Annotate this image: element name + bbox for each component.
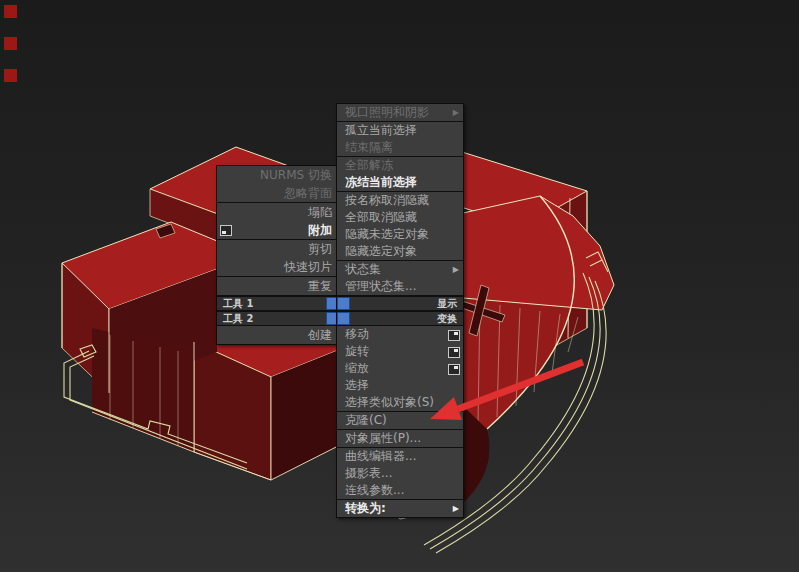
quad-center-square[interactable] [337, 297, 350, 310]
quad-center-square[interactable] [337, 312, 350, 325]
menu-item-object-properties[interactable]: 对象属性(P)... [337, 430, 463, 447]
menu-item-repeat[interactable]: 重复 [217, 277, 339, 295]
menu-item-quickslice[interactable]: 快速切片 [217, 258, 339, 276]
menu-item-create[interactable]: 创建 [217, 326, 339, 344]
menu-item-rotate[interactable]: 旋转 [337, 343, 463, 360]
quad-title-transform[interactable]: 变换 [337, 311, 463, 326]
menu-item-select-similar[interactable]: 选择类似对象(S) [337, 394, 463, 411]
menu-item-clone[interactable]: 克隆(C) [337, 412, 463, 429]
menu-item-dope-sheet[interactable]: 摄影表... [337, 465, 463, 482]
quad-menu-right: 视口照明和阴影▶ 孤立当前选择 结束隔离 全部解冻 冻结当前选择 按名称取消隐藏… [336, 103, 464, 518]
menu-item-cut[interactable]: 剪切 [217, 240, 339, 258]
menu-item-state-sets[interactable]: 状态集▶ [337, 261, 463, 278]
viewport-3d[interactable]: NURMS 切换 忽略背面 塌陷 附加 剪切 快速切片 重复 工具 1 工具 2… [0, 0, 799, 572]
menu-item-end-isolate[interactable]: 结束隔离 [337, 139, 463, 156]
menu-item-hide-unselected[interactable]: 隐藏未选定对象 [337, 226, 463, 243]
menu-item-wire-parameters[interactable]: 连线参数... [337, 482, 463, 499]
settings-box-icon[interactable] [448, 330, 460, 341]
quad-title-tools2[interactable]: 工具 2 [217, 311, 339, 326]
menu-item-convert-to[interactable]: 转换为:▶ [337, 500, 463, 517]
menu-item-freeze-selection[interactable]: 冻结当前选择 [337, 174, 463, 191]
quad-title-tools1[interactable]: 工具 1 [217, 296, 339, 311]
red-marker [4, 69, 17, 82]
menu-item-ignore-backfacing[interactable]: 忽略背面 [217, 184, 339, 202]
menu-item-hide-selected[interactable]: 隐藏选定对象 [337, 243, 463, 260]
settings-box-icon[interactable] [220, 225, 232, 236]
menu-item-unhide-by-name[interactable]: 按名称取消隐藏 [337, 192, 463, 209]
menu-item-curve-editor[interactable]: 曲线编辑器... [337, 448, 463, 465]
submenu-arrow-icon: ▶ [453, 500, 459, 517]
menu-item-attach[interactable]: 附加 [217, 221, 339, 239]
red-marker [4, 37, 17, 50]
menu-item-viewport-lighting[interactable]: 视口照明和阴影▶ [337, 104, 463, 121]
settings-box-icon[interactable] [448, 347, 460, 358]
submenu-arrow-icon: ▶ [453, 104, 459, 121]
menu-item-collapse[interactable]: 塌陷 [217, 203, 339, 221]
red-marker [4, 5, 17, 18]
menu-item-nurms-toggle[interactable]: NURMS 切换 [217, 166, 339, 184]
menu-item-select[interactable]: 选择 [337, 377, 463, 394]
menu-item-manage-state-sets[interactable]: 管理状态集... [337, 278, 463, 295]
submenu-arrow-icon: ▶ [453, 261, 459, 278]
menu-item-unhide-all[interactable]: 全部取消隐藏 [337, 209, 463, 226]
settings-box-icon[interactable] [448, 364, 460, 375]
quad-menu-left: NURMS 切换 忽略背面 塌陷 附加 剪切 快速切片 重复 工具 1 工具 2… [216, 165, 340, 345]
quad-title-display[interactable]: 显示 [337, 296, 463, 311]
menu-item-isolate-selection[interactable]: 孤立当前选择 [337, 122, 463, 139]
menu-item-unfreeze-all[interactable]: 全部解冻 [337, 157, 463, 174]
menu-item-move[interactable]: 移动 [337, 326, 463, 343]
menu-item-scale[interactable]: 缩放 [337, 360, 463, 377]
